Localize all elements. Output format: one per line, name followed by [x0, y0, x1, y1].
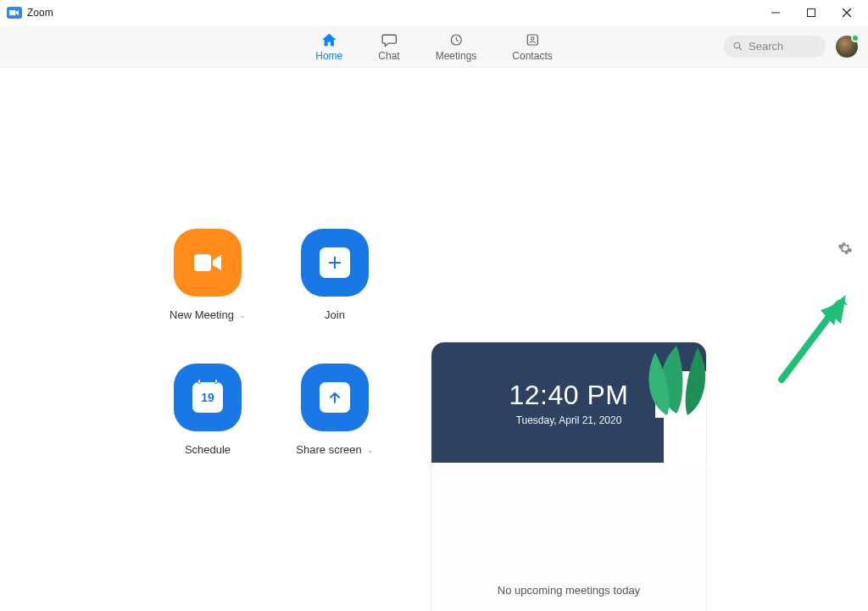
- action-grid: New Meeting ⌄ Join 19: [144, 229, 398, 456]
- minimize-button[interactable]: [758, 0, 793, 25]
- new-meeting-action: New Meeting ⌄: [144, 229, 271, 321]
- titlebar: Zoom: [0, 0, 868, 25]
- content: New Meeting ⌄ Join 19: [0, 229, 868, 611]
- info-hero: 12:40 PM Tuesday, April 21, 2020: [431, 342, 706, 463]
- settings-button[interactable]: [837, 241, 853, 259]
- clock-time: 12:40 PM: [509, 380, 629, 411]
- search-input[interactable]: Search: [724, 36, 826, 58]
- maximize-button[interactable]: [793, 0, 829, 25]
- clock-date: Tuesday, April 21, 2020: [516, 414, 622, 426]
- tab-home[interactable]: Home: [315, 31, 342, 62]
- tab-label: Chat: [378, 50, 399, 62]
- search-icon: [732, 41, 743, 52]
- tab-contacts[interactable]: Contacts: [512, 31, 552, 62]
- join-action: Join: [271, 229, 398, 321]
- svg-point-7: [531, 36, 533, 39]
- share-screen-label[interactable]: Share screen ⌄: [296, 443, 373, 456]
- plus-icon: [320, 247, 350, 278]
- nav-tabs: Home Chat Meetings Contacts: [315, 31, 552, 62]
- svg-rect-14: [664, 414, 706, 463]
- schedule-button[interactable]: 19: [174, 364, 242, 431]
- clock-icon: [448, 31, 465, 48]
- share-screen-button[interactable]: [301, 364, 369, 431]
- tab-label: Home: [315, 50, 342, 62]
- schedule-action: 19 Schedule: [144, 364, 271, 456]
- tab-label: Meetings: [436, 50, 477, 62]
- new-meeting-label[interactable]: New Meeting ⌄: [170, 308, 246, 321]
- titlebar-left: Zoom: [7, 7, 53, 19]
- tab-chat[interactable]: Chat: [378, 31, 399, 62]
- chat-icon: [381, 31, 398, 48]
- video-icon: [191, 250, 225, 275]
- chevron-down-icon: ⌄: [367, 446, 374, 454]
- search-placeholder: Search: [748, 40, 783, 53]
- window-title: Zoom: [27, 7, 53, 19]
- arrow-up-icon: [320, 382, 350, 413]
- tab-meetings[interactable]: Meetings: [436, 31, 477, 62]
- join-button[interactable]: [301, 229, 369, 297]
- info-panel: 12:40 PM Tuesday, April 21, 2020 No upco…: [431, 342, 707, 611]
- plant-decoration: [638, 342, 706, 463]
- chevron-down-icon: ⌄: [239, 311, 246, 319]
- calendar-icon: 19: [192, 382, 223, 413]
- contacts-icon: [524, 31, 541, 48]
- toolbar: Home Chat Meetings Contacts Search: [0, 25, 868, 68]
- avatar[interactable]: [836, 36, 858, 58]
- window-controls: [758, 0, 865, 25]
- share-screen-action: Share screen ⌄: [271, 364, 398, 456]
- new-meeting-button[interactable]: [174, 229, 242, 297]
- presence-indicator: [851, 34, 860, 42]
- tab-label: Contacts: [512, 50, 552, 62]
- join-label: Join: [325, 308, 345, 321]
- schedule-label: Schedule: [185, 443, 231, 456]
- svg-point-8: [734, 42, 740, 48]
- svg-rect-0: [9, 10, 16, 15]
- zoom-app-icon: [7, 7, 22, 19]
- close-button[interactable]: [829, 0, 865, 25]
- svg-rect-2: [808, 8, 815, 16]
- svg-rect-11: [194, 254, 211, 271]
- empty-meetings-text: No upcoming meetings today: [498, 584, 640, 597]
- home-icon: [320, 31, 337, 48]
- svg-line-9: [739, 47, 742, 50]
